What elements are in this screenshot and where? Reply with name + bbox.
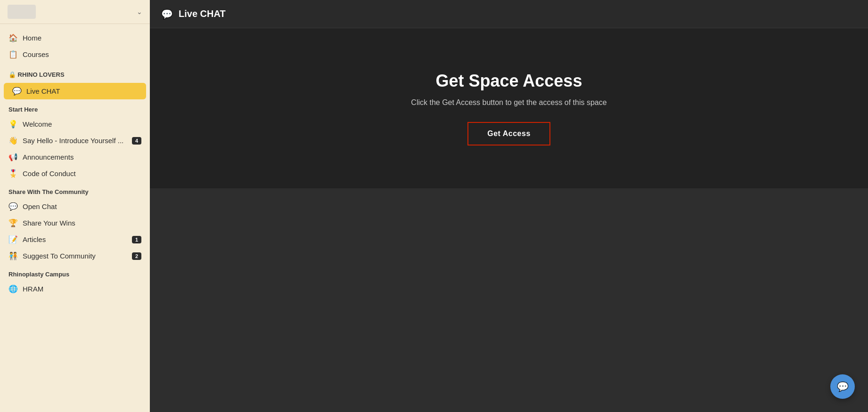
share-wins-icon: 🏆	[8, 218, 18, 227]
sidebar-item-code-of-conduct[interactable]: 🎖️ Code of Conduct	[0, 165, 150, 182]
sidebar-item-code-of-conduct-label: Code of Conduct	[23, 170, 76, 178]
sidebar-item-courses[interactable]: 📋 Courses	[0, 46, 150, 63]
sidebar-item-articles-label: Articles	[23, 235, 46, 243]
open-chat-icon: 💬	[8, 202, 18, 211]
sidebar-item-open-chat[interactable]: 💬 Open Chat	[0, 198, 150, 215]
sidebar-header: ⌄	[0, 0, 150, 24]
sidebar-item-share-wins[interactable]: 🏆 Share Your Wins	[0, 215, 150, 231]
sidebar-item-announcements[interactable]: 📢 Announcements	[0, 149, 150, 165]
sidebar-item-welcome-label: Welcome	[23, 120, 52, 128]
section-rhino-lovers: 🔒 RHINO LOVERS	[0, 65, 150, 81]
sidebar-item-welcome[interactable]: 💡 Welcome	[0, 116, 150, 132]
lower-section	[150, 188, 868, 412]
section-share-community: Share With The Community	[0, 182, 150, 198]
page-title: Get Space Access	[436, 71, 582, 91]
say-hello-badge: 4	[132, 137, 141, 145]
get-access-button[interactable]: Get Access	[467, 122, 550, 145]
sidebar-item-hram-label: HRAM	[23, 285, 43, 293]
topbar: 💬 Live CHAT	[150, 0, 868, 28]
suggest-community-icon: 🧑‍🤝‍🧑	[8, 251, 18, 260]
live-chat-icon: 💬	[12, 87, 22, 96]
content-area: Get Space Access Click the Get Access bu…	[150, 28, 868, 412]
page-subtitle: Click the Get Access button to get the a…	[411, 98, 606, 107]
section-rhinoplasty-campus: Rhinoplasty Campus	[0, 264, 150, 281]
upper-section: Get Space Access Click the Get Access bu…	[150, 28, 868, 188]
sidebar: ⌄ 🏠 Home 📋 Courses 🔒 RHINO LOVERS 💬 Live…	[0, 0, 150, 412]
sidebar-item-home-label: Home	[23, 34, 41, 42]
sidebar-item-say-hello-label: Say Hello - Introduce Yourself ...	[23, 137, 123, 145]
section-start-here: Start Here	[0, 99, 150, 116]
articles-icon: 📝	[8, 235, 18, 244]
sidebar-item-home[interactable]: 🏠 Home	[0, 30, 150, 46]
sidebar-item-live-chat-label: Live CHAT	[26, 87, 60, 95]
code-of-conduct-icon: 🎖️	[8, 169, 18, 178]
main-content: 💬 Live CHAT Get Space Access Click the G…	[150, 0, 868, 412]
sidebar-item-articles[interactable]: 📝 Articles 1	[0, 231, 150, 248]
topbar-title: Live CHAT	[179, 8, 226, 19]
sidebar-item-suggest-community-label: Suggest To Community	[23, 252, 96, 260]
sidebar-nav: 🏠 Home 📋 Courses 🔒 RHINO LOVERS 💬 Live C…	[0, 24, 150, 303]
suggest-community-badge: 2	[132, 252, 141, 260]
sidebar-item-hram[interactable]: 🌐 HRAM	[0, 281, 150, 297]
sidebar-item-courses-label: Courses	[23, 50, 49, 58]
sidebar-logo	[8, 5, 36, 19]
sidebar-item-live-chat[interactable]: 💬 Live CHAT	[4, 83, 146, 99]
say-hello-icon: 👋	[8, 136, 18, 145]
sidebar-item-suggest-community[interactable]: 🧑‍🤝‍🧑 Suggest To Community 2	[0, 248, 150, 264]
home-icon: 🏠	[8, 33, 18, 42]
floating-chat-button[interactable]: 💬	[830, 374, 855, 399]
sidebar-item-share-wins-label: Share Your Wins	[23, 219, 75, 227]
topbar-chat-icon: 💬	[161, 8, 173, 20]
welcome-icon: 💡	[8, 120, 18, 129]
sidebar-item-say-hello[interactable]: 👋 Say Hello - Introduce Yourself ... 4	[0, 132, 150, 149]
articles-badge: 1	[132, 236, 141, 243]
chevron-down-icon[interactable]: ⌄	[137, 8, 142, 16]
sidebar-item-open-chat-label: Open Chat	[23, 202, 57, 210]
sidebar-item-announcements-label: Announcements	[23, 153, 74, 161]
hram-icon: 🌐	[8, 284, 18, 293]
floating-chat-icon: 💬	[837, 381, 849, 392]
announcements-icon: 📢	[8, 153, 18, 162]
courses-icon: 📋	[8, 50, 18, 59]
